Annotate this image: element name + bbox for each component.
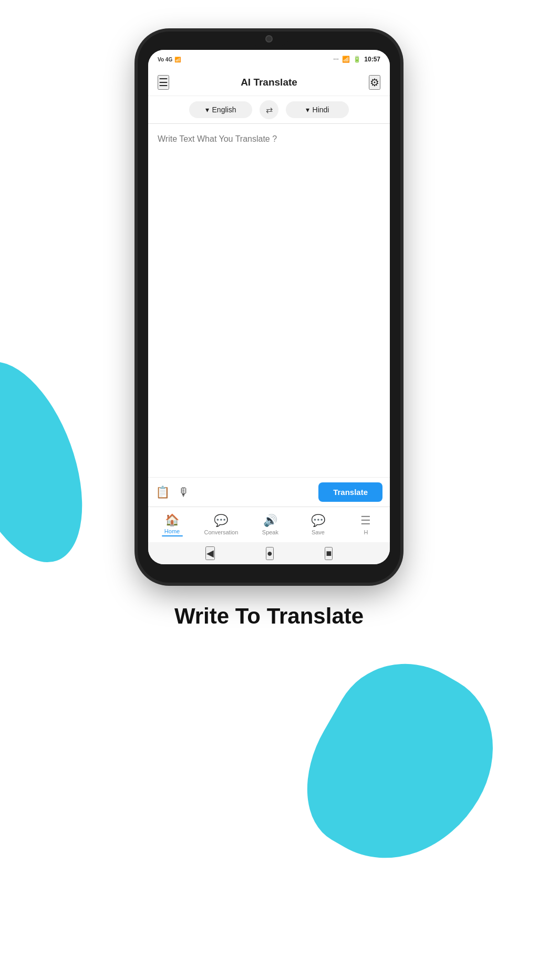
wifi-icon: 📶 bbox=[342, 56, 350, 63]
save-icon: 💬 bbox=[311, 514, 325, 528]
hamburger-button[interactable]: ☰ bbox=[158, 75, 169, 90]
back-button[interactable]: ◀ bbox=[205, 546, 215, 560]
bg-swoosh-left bbox=[0, 345, 106, 578]
status-right: ··· 📶 🔋 10:57 bbox=[334, 56, 380, 63]
phone-shell: Vo 4G 📶 ··· 📶 🔋 10:57 ☰ AI Translate ⚙ bbox=[138, 31, 400, 583]
mic-icon: 🎙 bbox=[178, 486, 190, 499]
source-language-button[interactable]: ▾ English bbox=[189, 101, 252, 118]
phone-screen: Vo 4G 📶 ··· 📶 🔋 10:57 ☰ AI Translate ⚙ bbox=[148, 50, 390, 564]
settings-button[interactable]: ⚙ bbox=[369, 75, 380, 90]
target-language-label: Hindi bbox=[313, 106, 329, 114]
signal-bars: 📶 bbox=[174, 57, 181, 62]
home-button[interactable]: ● bbox=[266, 547, 274, 560]
speak-icon: 🔊 bbox=[263, 514, 277, 528]
notch bbox=[248, 31, 290, 46]
nav-item-home[interactable]: 🏠 Home bbox=[157, 513, 188, 536]
text-area-wrapper: 📋 🎙 Translate bbox=[148, 123, 390, 507]
swap-languages-button[interactable]: ⇄ bbox=[260, 100, 278, 119]
more-icon: ☰ bbox=[360, 514, 371, 528]
battery-icon: 🔋 bbox=[353, 56, 361, 63]
status-left-icons: Vo 4G 📶 bbox=[158, 57, 181, 62]
clock: 10:57 bbox=[364, 56, 380, 63]
home-icon: 🏠 bbox=[165, 513, 179, 527]
source-language-label: English bbox=[212, 106, 236, 114]
source-chevron-icon: ▾ bbox=[205, 106, 209, 114]
android-nav-bar: ◀ ● ■ bbox=[148, 542, 390, 564]
save-label: Save bbox=[312, 529, 325, 535]
signal-dots: ··· bbox=[334, 57, 339, 62]
target-language-button[interactable]: ▾ Hindi bbox=[286, 101, 349, 118]
nav-item-more[interactable]: ☰ H bbox=[350, 514, 381, 535]
conversation-label: Conversation bbox=[204, 529, 239, 535]
input-toolbar: 📋 🎙 Translate bbox=[148, 477, 390, 507]
more-label: H bbox=[364, 529, 368, 535]
app-bar: ☰ AI Translate ⚙ bbox=[148, 69, 390, 96]
swap-icon: ⇄ bbox=[266, 105, 273, 115]
bottom-nav: 🏠 Home 💬 Conversation 🔊 Speak 💬 Save bbox=[148, 507, 390, 542]
translation-input[interactable] bbox=[148, 124, 390, 477]
input-icon-group: 📋 🎙 bbox=[156, 486, 190, 499]
network-icon: Vo 4G bbox=[158, 57, 172, 62]
app-title: AI Translate bbox=[241, 77, 297, 88]
language-bar: ▾ English ⇄ ▾ Hindi bbox=[148, 96, 390, 123]
status-bar: Vo 4G 📶 ··· 📶 🔋 10:57 bbox=[148, 50, 390, 69]
nav-item-conversation[interactable]: 💬 Conversation bbox=[204, 514, 239, 535]
conversation-icon: 💬 bbox=[214, 514, 228, 528]
active-indicator bbox=[162, 535, 183, 536]
speak-label: Speak bbox=[262, 529, 278, 535]
page-caption: Write To Translate bbox=[174, 604, 364, 629]
clipboard-icon: 📋 bbox=[156, 486, 170, 499]
microphone-button[interactable]: 🎙 bbox=[178, 486, 190, 499]
phone-wrapper: Vo 4G 📶 ··· 📶 🔋 10:57 ☰ AI Translate ⚙ bbox=[138, 31, 400, 583]
nav-item-speak[interactable]: 🔊 Speak bbox=[254, 514, 286, 535]
translate-button[interactable]: Translate bbox=[318, 482, 382, 502]
camera-notch bbox=[265, 35, 273, 43]
bg-swoosh-right bbox=[278, 636, 524, 893]
target-chevron-icon: ▾ bbox=[306, 106, 309, 114]
clipboard-button[interactable]: 📋 bbox=[156, 486, 170, 499]
home-label: Home bbox=[164, 528, 180, 534]
recents-button[interactable]: ■ bbox=[325, 547, 333, 560]
nav-item-save[interactable]: 💬 Save bbox=[302, 514, 334, 535]
